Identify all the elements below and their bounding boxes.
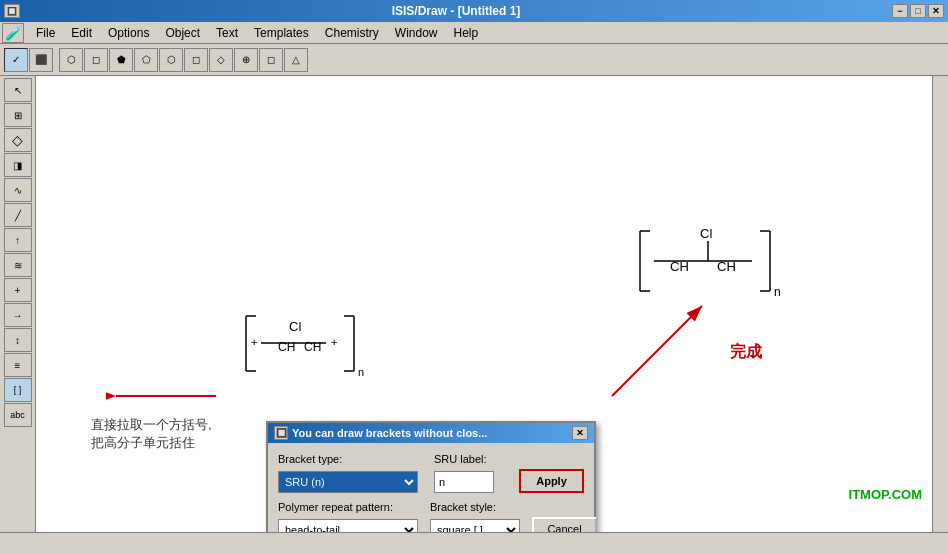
toolbar-hexagon[interactable]: ⬡	[59, 48, 83, 72]
cancel-button[interactable]: Cancel	[532, 517, 597, 532]
svg-text:CH: CH	[717, 259, 736, 274]
tool-resize[interactable]: ↕	[4, 328, 32, 352]
svg-text:+: +	[331, 336, 337, 348]
bracket-type-select[interactable]: SRU (n) CRU (n) mer mon	[278, 471, 418, 493]
menu-text[interactable]: Text	[208, 24, 246, 42]
dialog-title-text: You can draw brackets without clos...	[292, 427, 572, 439]
maximize-button[interactable]: □	[910, 4, 926, 18]
menu-options[interactable]: Options	[100, 24, 157, 42]
menu-window[interactable]: Window	[387, 24, 446, 42]
toolbar-select[interactable]: ✓	[4, 48, 28, 72]
sru-label-col: SRU label:	[434, 453, 494, 493]
menu-bar: 🧪 File Edit Options Object Text Template…	[0, 22, 948, 44]
toolbar-triangle[interactable]: △	[284, 48, 308, 72]
menu-edit[interactable]: Edit	[63, 24, 100, 42]
tool-grid[interactable]: ⊞	[4, 103, 32, 127]
tool-text[interactable]: abc	[4, 403, 32, 427]
left-annotation-text: 直接拉取一个方括号, 把高分子单元括住	[91, 416, 212, 452]
toolbar-circle-plus[interactable]: ⊕	[234, 48, 258, 72]
main-area: ↖ ⊞ ◇ ◨ ∿ ╱ ↑ ≋ + → ↕ ≡ [ ] abc Cl CH	[0, 76, 948, 532]
molecule-left: Cl CH CH n + +	[196, 296, 416, 396]
bracket-type-col: Bracket type: SRU (n) CRU (n) mer mon	[278, 453, 418, 493]
dialog-close-button[interactable]: ✕	[572, 426, 588, 440]
dialog-action-buttons: Apply	[515, 469, 584, 493]
dialog-title-bar: 🔲 You can draw brackets without clos... …	[268, 423, 594, 443]
left-toolbar: ↖ ⊞ ◇ ◨ ∿ ╱ ↑ ≋ + → ↕ ≡ [ ] abc	[0, 76, 36, 532]
toolbar-square[interactable]: ◻	[84, 48, 108, 72]
status-text	[4, 538, 7, 550]
menu-file[interactable]: File	[28, 24, 63, 42]
tool-eraser[interactable]: ◨	[4, 153, 32, 177]
tool-select[interactable]: ↖	[4, 78, 32, 102]
svg-text:CH: CH	[304, 340, 321, 354]
tool-up-bond[interactable]: ↑	[4, 228, 32, 252]
toolbar-hexagon2[interactable]: ⬡	[159, 48, 183, 72]
app-icon: 🔲	[4, 4, 20, 18]
svg-text:n: n	[774, 285, 781, 299]
svg-text:+: +	[251, 336, 257, 348]
done-text: 完成	[730, 341, 762, 363]
dialog-content: Bracket type: SRU (n) CRU (n) mer mon SR…	[268, 443, 594, 532]
toolbar-pentagon[interactable]: ⬠	[134, 48, 158, 72]
dialog-icon: 🔲	[274, 426, 288, 440]
dialog-row-1: Bracket type: SRU (n) CRU (n) mer mon SR…	[278, 453, 584, 493]
menu-templates[interactable]: Templates	[246, 24, 317, 42]
canvas-area[interactable]: Cl CH CH n + + Cl	[36, 76, 932, 532]
status-bar	[0, 532, 948, 554]
watermark: ITMOP.COM	[849, 487, 922, 502]
tool-wavy[interactable]: ≋	[4, 253, 32, 277]
tool-bond[interactable]: ╱	[4, 203, 32, 227]
close-button[interactable]: ✕	[928, 4, 944, 18]
svg-text:Cl: Cl	[289, 319, 301, 334]
polymer-repeat-col: Polymer repeat pattern: head-to-tail hea…	[278, 501, 418, 532]
polymer-repeat-select[interactable]: head-to-tail head-to-head either	[278, 519, 418, 532]
tool-plus[interactable]: +	[4, 278, 32, 302]
bracket-type-label: Bracket type:	[278, 453, 418, 465]
toolbar-square2[interactable]: ◻	[259, 48, 283, 72]
window-title: ISIS/Draw - [Untitled 1]	[20, 4, 892, 18]
svg-line-32	[612, 306, 702, 396]
bracket-style-col: Bracket style: square [ ] round ( ) curl…	[430, 501, 520, 532]
sru-label-label: SRU label:	[434, 453, 494, 465]
bracket-style-select[interactable]: square [ ] round ( ) curly { }	[430, 519, 520, 532]
scrollbar-right[interactable]	[932, 76, 948, 532]
svg-text:CH: CH	[278, 340, 295, 354]
toolbar-rect[interactable]: ◻	[184, 48, 208, 72]
menu-help[interactable]: Help	[446, 24, 487, 42]
svg-text:CH: CH	[670, 259, 689, 274]
tool-bracket[interactable]: [ ]	[4, 378, 32, 402]
menu-chemistry[interactable]: Chemistry	[317, 24, 387, 42]
right-arrow-annotation	[602, 286, 732, 406]
apply-button[interactable]: Apply	[519, 469, 584, 493]
bracket-style-label: Bracket style:	[430, 501, 520, 513]
toolbar-image[interactable]: ⬛	[29, 48, 53, 72]
title-bar: 🔲 ISIS/Draw - [Untitled 1] − □ ✕	[0, 0, 948, 22]
svg-text:n: n	[358, 366, 364, 378]
dialog-row-2: Polymer repeat pattern: head-to-tail hea…	[278, 501, 584, 532]
tool-triple[interactable]: ≡	[4, 353, 32, 377]
dialog-box: 🔲 You can draw brackets without clos... …	[266, 421, 596, 532]
toolbar-diam[interactable]: ◇	[209, 48, 233, 72]
tool-arrow[interactable]: →	[4, 303, 32, 327]
app-menu-icon[interactable]: 🧪	[2, 23, 24, 43]
toolbar: ✓ ⬛ ⬡ ◻ ⬟ ⬠ ⬡ ◻ ◇ ⊕ ◻ △	[0, 44, 948, 76]
sru-label-input[interactable]	[434, 471, 494, 493]
left-arrow-annotation	[106, 371, 226, 421]
tool-lasso[interactable]: ◇	[4, 128, 32, 152]
menu-object[interactable]: Object	[157, 24, 208, 42]
toolbar-diamond[interactable]: ⬟	[109, 48, 133, 72]
tool-wave[interactable]: ∿	[4, 178, 32, 202]
dialog-bottom-buttons: Cancel Help	[528, 517, 597, 532]
polymer-repeat-label: Polymer repeat pattern:	[278, 501, 418, 513]
minimize-button[interactable]: −	[892, 4, 908, 18]
svg-text:Cl: Cl	[700, 226, 712, 241]
